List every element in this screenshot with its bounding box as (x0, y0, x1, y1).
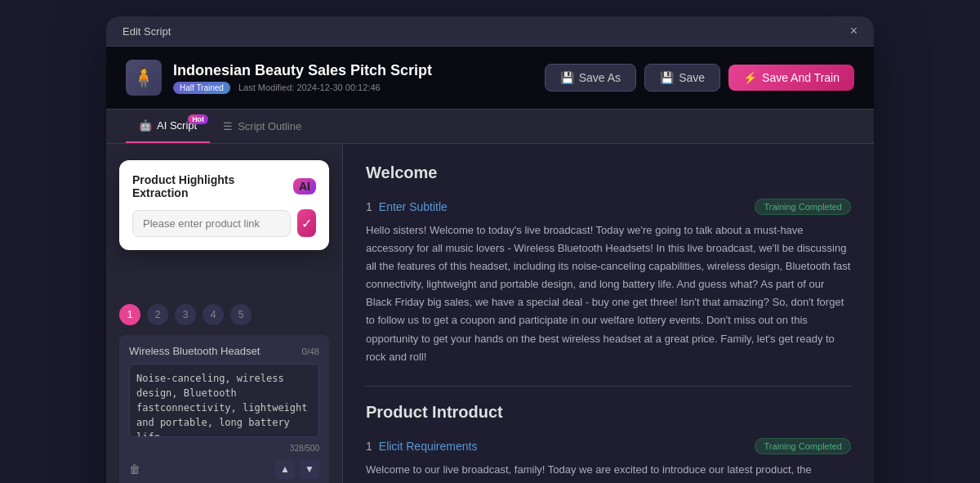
title-meta: Half Trained Last Modified: 2024-12-30 0… (173, 82, 432, 94)
segment-numbers: 1 2 3 4 5 (119, 304, 329, 325)
half-trained-badge: Half Trained (173, 82, 230, 94)
save-and-train-button[interactable]: ⚡ Save And Train (728, 65, 854, 91)
product-section: Product Introduct 1 Elicit Requirements … (366, 403, 851, 483)
segment-num-3[interactable]: 3 (175, 304, 196, 325)
title-info: Indonesian Beauty Sales Pitch Script Hal… (173, 62, 432, 94)
modal-header: Edit Script × (106, 16, 874, 47)
save-as-button[interactable]: 💾 Save As (545, 64, 636, 92)
welcome-section: Welcome 1 Enter Subtitle Training Comple… (366, 163, 851, 366)
header-actions: 💾 Save As 💾 Save ⚡ Save And Train (545, 64, 854, 92)
segment-num-2[interactable]: 2 (147, 304, 168, 325)
paragraph-header: 1 Enter Subtitle Training Completed (366, 199, 851, 215)
segment-char-count: 328/500 (129, 444, 319, 453)
save-as-icon: 💾 (560, 71, 574, 84)
last-modified: Last Modified: 2024-12-30 00:12:46 (238, 83, 381, 92)
training-completed-badge-2: Training Completed (755, 438, 851, 454)
paragraph-header-2: 1 Elicit Requirements Training Completed (366, 438, 851, 454)
train-icon: ⚡ (743, 71, 757, 84)
tab-script-outline[interactable]: ☰ Script Outline (210, 110, 314, 142)
ai-script-icon: 🤖 (139, 119, 152, 132)
script-title-area: 🧍 Indonesian Beauty Sales Pitch Script H… (126, 60, 432, 96)
save-button[interactable]: 💾 Save (644, 64, 720, 92)
training-completed-badge: Training Completed (755, 199, 851, 215)
checkmark-icon: ✓ (301, 216, 312, 231)
paragraph-item-product-1: 1 Elicit Requirements Training Completed… (366, 438, 851, 483)
paragraph-num-title-2: 1 Elicit Requirements (366, 440, 477, 453)
segment-num-4[interactable]: 4 (203, 304, 224, 325)
product-link-input-wrap: ✓ (132, 209, 316, 237)
avatar: 🧍 (126, 60, 162, 96)
paragraph-item-welcome-1: 1 Enter Subtitle Training Completed Hell… (366, 199, 851, 366)
modal-header-title: Edit Script (122, 25, 171, 38)
arrow-up-button[interactable]: ▲ (275, 459, 295, 479)
arrow-down-button[interactable]: ▼ (300, 459, 319, 479)
segment-card: Wireless Bluetooth Headset 0/48 Noise-ca… (119, 335, 329, 483)
para-text-2: Welcome to our live broadcast, family! T… (366, 461, 851, 483)
script-header: 🧍 Indonesian Beauty Sales Pitch Script H… (106, 47, 874, 110)
segment-card-title: Wireless Bluetooth Headset (129, 345, 260, 357)
tabs-row: 🤖 AI Script Hot ☰ Script Outline (106, 110, 874, 144)
right-panel: Welcome 1 Enter Subtitle Training Comple… (343, 144, 874, 483)
delete-segment-button[interactable]: 🗑 (129, 463, 140, 476)
edit-script-modal: Edit Script × 🧍 Indonesian Beauty Sales … (106, 16, 874, 483)
main-content: Product Highlights Extraction AI ✓ 1 2 3… (106, 144, 874, 483)
segment-card-actions: 🗑 ▲ ▼ (129, 459, 319, 479)
segment-textarea[interactable]: Noise-canceling, wireless design, Blueto… (129, 364, 319, 437)
paragraph-num-title: 1 Enter Subtitle (366, 200, 448, 213)
outline-icon: ☰ (223, 120, 233, 132)
segment-num-1[interactable]: 1 (119, 304, 140, 325)
product-heading: Product Introduct (366, 403, 851, 422)
para-num-2: 1 (366, 440, 372, 453)
script-title: Indonesian Beauty Sales Pitch Script (173, 62, 432, 79)
hot-badge: Hot (188, 114, 208, 124)
segment-num-5[interactable]: 5 (230, 304, 252, 325)
confirm-link-button[interactable]: ✓ (297, 209, 316, 237)
extraction-card: Product Highlights Extraction AI ✓ (119, 160, 329, 250)
welcome-heading: Welcome (366, 163, 851, 182)
para-title: Enter Subtitle (379, 200, 448, 213)
extraction-card-title: Product Highlights Extraction AI (132, 173, 316, 199)
segment-content: 1 2 3 4 5 Wireless Bluetooth Headset 0/4… (119, 304, 329, 483)
product-link-input[interactable] (132, 210, 291, 237)
left-panel: Product Highlights Extraction AI ✓ 1 2 3… (106, 144, 343, 483)
ai-badge: AI (293, 178, 316, 195)
save-icon: 💾 (660, 71, 674, 84)
segment-card-header: Wireless Bluetooth Headset 0/48 (129, 345, 319, 357)
segment-card-count: 0/48 (302, 347, 319, 356)
para-text: Hello sisters! Welcome to today's live b… (366, 221, 851, 366)
para-title-2: Elicit Requirements (379, 440, 478, 453)
section-divider (366, 386, 851, 387)
modal-close-button[interactable]: × (850, 25, 858, 38)
tab-ai-script[interactable]: 🤖 AI Script Hot (126, 110, 210, 143)
para-num: 1 (366, 200, 372, 213)
nav-arrows: ▲ ▼ (275, 459, 319, 479)
